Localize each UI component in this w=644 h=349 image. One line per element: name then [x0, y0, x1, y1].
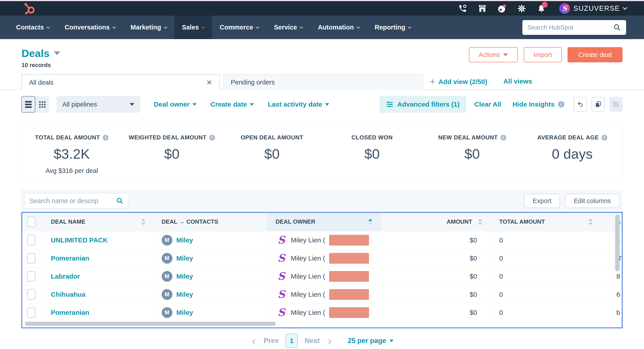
- caret-down-icon: [325, 103, 329, 106]
- contact-link[interactable]: Miley: [176, 273, 193, 280]
- copy-button[interactable]: [592, 97, 605, 112]
- nav-item-marketing[interactable]: Marketing: [123, 16, 174, 39]
- chevron-down-icon: [46, 25, 50, 28]
- pagination: ‹ Prev 1 Next › 25 per page: [22, 334, 622, 348]
- call-icon[interactable]: [458, 3, 468, 13]
- deals-table-card: Export Edit columns DEAL NAME: [22, 190, 622, 328]
- deal-name-link[interactable]: Pomeranian: [51, 255, 90, 262]
- contact-link[interactable]: Miley: [176, 309, 193, 316]
- row-checkbox[interactable]: [27, 271, 36, 282]
- filter-deal-owner[interactable]: Deal owner: [154, 100, 196, 108]
- marketplace-icon[interactable]: [478, 3, 487, 13]
- nav-item-conversations[interactable]: Conversations: [57, 16, 123, 39]
- info-icon[interactable]: i: [103, 135, 108, 141]
- contact-link[interactable]: Miley: [176, 291, 193, 298]
- chevron-right-icon[interactable]: ›: [326, 335, 333, 347]
- deal-name-link[interactable]: Chihuahua: [51, 291, 86, 298]
- contact-avatar: M: [162, 271, 172, 282]
- sort-arrows-icon[interactable]: [478, 219, 482, 225]
- nav-item-service[interactable]: Service: [266, 16, 310, 39]
- row-checkbox[interactable]: [27, 235, 36, 246]
- edit-columns-button[interactable]: Edit columns: [565, 194, 620, 208]
- stat-value: $0: [322, 146, 422, 162]
- close-icon[interactable]: ×: [206, 78, 212, 87]
- account-menu[interactable]: S SUZUVERSE: [559, 3, 626, 14]
- next-button[interactable]: Next: [304, 337, 320, 345]
- nav-item-sales[interactable]: Sales: [174, 16, 212, 39]
- column-header-deal-name[interactable]: DEAL NAME: [43, 213, 154, 231]
- stat-average-deal-age: AVERAGE DEAL AGEi 0 days: [522, 134, 622, 162]
- clear-all-link[interactable]: Clear All: [474, 100, 501, 108]
- settings-icon[interactable]: [517, 3, 526, 13]
- table-row[interactable]: UNLIMITED PACK MMiley SMiley Lien ( $0 0…: [22, 231, 622, 249]
- nav-item-reporting[interactable]: Reporting: [367, 16, 418, 39]
- contact-link[interactable]: Miley: [176, 236, 193, 244]
- create-deal-button[interactable]: Create deal: [568, 47, 622, 62]
- actions-button[interactable]: Actions: [469, 47, 518, 62]
- filters-row: All pipelines Deal owner Create date Las…: [22, 96, 622, 113]
- info-icon[interactable]: i: [209, 135, 215, 141]
- import-button[interactable]: Import: [524, 47, 562, 62]
- sort-arrows-icon[interactable]: [588, 219, 592, 225]
- column-header-deal-contacts[interactable]: DEAL → CONTACTS: [154, 213, 268, 231]
- view-tab-pending-orders[interactable]: Pending orders: [223, 74, 423, 90]
- row-checkbox[interactable]: [27, 253, 36, 264]
- nav-item-automation[interactable]: Automation: [310, 16, 367, 39]
- contact-link[interactable]: Miley: [176, 255, 193, 262]
- caret-down-icon: [250, 103, 254, 106]
- notifications-icon[interactable]: [536, 3, 546, 13]
- select-all-checkbox[interactable]: [27, 217, 36, 227]
- amount-cell: $0: [380, 249, 491, 267]
- save-view-button[interactable]: [610, 97, 622, 112]
- vertical-scrollbar[interactable]: [615, 215, 620, 271]
- caret-down-icon: [54, 51, 60, 55]
- hide-insights-link[interactable]: Hide Insights i: [512, 100, 564, 108]
- table-row[interactable]: Chihuahua MMiley SMiley Lien ( $0 0 6: [22, 285, 622, 304]
- table-row[interactable]: Pomeranian MMiley SMiley Lien ( $0 0 b: [22, 304, 622, 322]
- row-checkbox[interactable]: [27, 289, 36, 300]
- advanced-filters-button[interactable]: Advanced filters (1): [380, 96, 466, 113]
- current-page-button[interactable]: 1: [285, 334, 298, 348]
- prev-button[interactable]: Prev: [264, 337, 278, 345]
- table-row[interactable]: Labrador MMiley SMiley Lien ( $0 0 8: [22, 267, 622, 285]
- column-header-total-amount[interactable]: TOTAL AMOUNT: [491, 213, 614, 231]
- board-view-button[interactable]: [35, 96, 49, 113]
- column-header-amount[interactable]: AMOUNT: [380, 213, 491, 231]
- main-nav: Contacts Conversations Marketing Sales C…: [0, 16, 644, 39]
- chevron-left-icon[interactable]: ‹: [250, 335, 257, 347]
- nav-item-contacts[interactable]: Contacts: [8, 16, 57, 39]
- deal-name-link[interactable]: Labrador: [51, 273, 80, 280]
- view-tab-all-deals[interactable]: All deals ×: [22, 74, 220, 90]
- hubspot-logo-icon[interactable]: [22, 2, 36, 15]
- per-page-select[interactable]: 25 per page: [348, 337, 394, 345]
- info-icon[interactable]: i: [602, 135, 607, 141]
- chevron-down-icon: [112, 25, 116, 28]
- row-checkbox[interactable]: [27, 307, 36, 318]
- export-button[interactable]: Export: [524, 194, 560, 208]
- contact-avatar: M: [162, 289, 172, 300]
- filter-create-date[interactable]: Create date: [210, 100, 254, 108]
- pipeline-select[interactable]: All pipelines: [57, 96, 140, 112]
- info-icon[interactable]: i: [500, 135, 506, 141]
- stat-subtext: Avg $316 per deal: [22, 167, 122, 174]
- contact-avatar: M: [162, 253, 172, 264]
- sort-arrows-icon[interactable]: [141, 219, 145, 225]
- list-view-button[interactable]: [22, 96, 35, 113]
- horizontal-scrollbar[interactable]: [25, 322, 276, 326]
- table-search-input[interactable]: [29, 197, 116, 205]
- column-header-deal-owner[interactable]: DEAL OWNER: [268, 213, 380, 231]
- deal-name-link[interactable]: Pomeranian: [51, 309, 90, 316]
- caret-down-icon: [503, 53, 508, 56]
- global-search-input[interactable]: [527, 24, 613, 31]
- sort-arrows-icon[interactable]: [368, 219, 372, 225]
- undo-button[interactable]: [574, 97, 587, 112]
- table-search: [24, 193, 128, 209]
- filter-last-activity-date[interactable]: Last activity date: [268, 100, 329, 108]
- object-type-selector[interactable]: Deals 10 records: [22, 47, 60, 69]
- table-row[interactable]: Pomeranian MMiley SMiley Lien ( $0 0 jT: [22, 249, 622, 267]
- nav-item-commerce[interactable]: Commerce: [212, 16, 266, 39]
- add-view-button[interactable]: + Add view (2/50): [430, 78, 487, 86]
- all-views-link[interactable]: All views: [503, 77, 532, 85]
- deal-name-link[interactable]: UNLIMITED PACK: [51, 236, 108, 244]
- copilot-help-icon[interactable]: [497, 3, 507, 13]
